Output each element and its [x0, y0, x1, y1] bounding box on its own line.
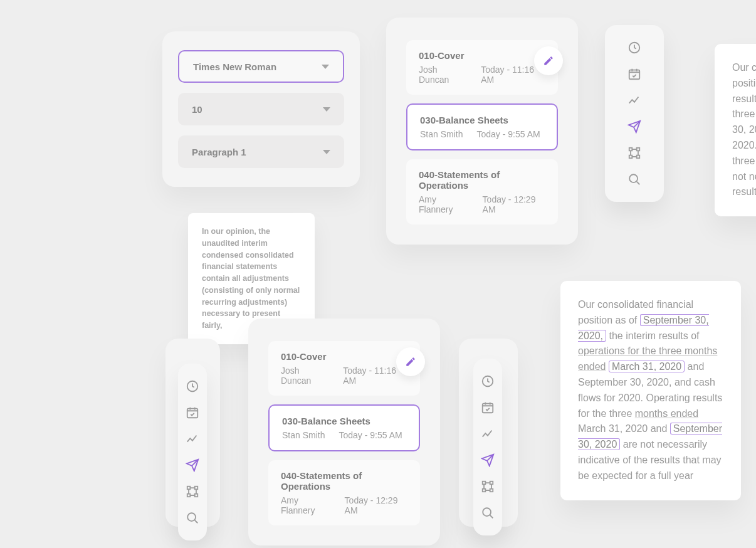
doc-title: 040-Statements of Operations — [281, 470, 407, 492]
doc-time: Today - 9:55 AM — [476, 129, 540, 139]
highlight-date: March 31, 2020 — [609, 361, 685, 372]
doc-card-040[interactable]: 040-Statements of Operations Amy Flanner… — [268, 460, 420, 525]
tool-rail-a — [605, 25, 664, 202]
pencil-icon — [543, 55, 554, 66]
edit-button[interactable] — [396, 347, 425, 376]
chevron-down-icon — [323, 150, 330, 154]
svg-rect-5 — [637, 155, 640, 159]
svg-rect-11 — [187, 494, 191, 497]
transform-icon[interactable] — [480, 479, 495, 494]
svg-rect-3 — [637, 148, 640, 151]
doc-card-040[interactable]: 040-Statements of Operations Amy Flanner… — [406, 159, 558, 224]
doc-author: Josh Duncan — [419, 65, 467, 85]
doc-title: 030-Balance Sheets — [282, 416, 406, 426]
format-dropdowns-panel: Times New Roman 10 Paragraph 1 — [162, 31, 360, 187]
svg-rect-19 — [490, 489, 493, 492]
svg-rect-12 — [195, 494, 198, 497]
doc-card-030[interactable]: 030-Balance Sheets Stan Smith Today - 9:… — [406, 103, 558, 150]
financial-text-card: Our consolidated financial position as o… — [560, 281, 741, 500]
clock-icon[interactable] — [627, 40, 642, 55]
svg-rect-2 — [629, 148, 633, 151]
svg-point-20 — [483, 508, 491, 516]
svg-rect-17 — [490, 482, 493, 485]
doc-title: 010-Cover — [419, 50, 545, 61]
send-icon[interactable] — [185, 458, 200, 473]
send-icon[interactable] — [627, 119, 642, 134]
doc-time: Today - 12:29 AM — [483, 194, 545, 214]
doc-author: Stan Smith — [282, 430, 325, 440]
edit-button[interactable] — [534, 46, 563, 75]
txt: March 31, 2020 and — [578, 423, 670, 434]
doc-title: 030-Balance Sheets — [420, 115, 544, 125]
underline-phrase: months ended — [635, 408, 698, 419]
size-dropdown-label: 10 — [192, 104, 202, 115]
doc-title: 040-Statements of Operations — [419, 169, 545, 191]
svg-rect-8 — [187, 409, 198, 418]
doc-card-030[interactable]: 030-Balance Sheets Stan Smith Today - 9:… — [268, 404, 420, 451]
documents-panel-a: 010-Cover Josh Duncan Today - 11:16 AM 0… — [386, 18, 578, 245]
financial-text-card-partial: Our consolidated financial position as o… — [715, 44, 756, 216]
svg-rect-10 — [195, 487, 198, 490]
doc-author: Stan Smith — [420, 129, 463, 139]
calendar-check-icon[interactable] — [627, 66, 642, 82]
font-dropdown-label: Times New Roman — [193, 61, 276, 72]
style-dropdown-label: Paragraph 1 — [192, 147, 246, 157]
trend-icon[interactable] — [185, 431, 200, 446]
send-icon[interactable] — [480, 453, 495, 468]
svg-rect-15 — [483, 404, 493, 413]
tool-rail-b — [178, 364, 207, 540]
transform-icon[interactable] — [627, 145, 642, 161]
txt: Our consolidated financial position as o… — [732, 62, 756, 88]
font-dropdown[interactable]: Times New Roman — [178, 50, 344, 83]
calendar-check-icon[interactable] — [185, 405, 200, 420]
svg-rect-9 — [187, 487, 191, 490]
svg-rect-1 — [629, 70, 640, 80]
search-icon[interactable] — [480, 505, 495, 520]
svg-rect-18 — [483, 489, 486, 492]
doc-author: Amy Flannery — [419, 194, 469, 214]
clock-icon[interactable] — [480, 374, 495, 389]
documents-panel-b: 010-Cover Josh Duncan Today - 11:16 AM 0… — [248, 319, 440, 545]
doc-title: 010-Cover — [281, 351, 407, 362]
txt: the interim results of — [606, 330, 700, 341]
trend-icon[interactable] — [480, 426, 495, 441]
svg-rect-16 — [483, 482, 486, 485]
svg-point-6 — [629, 174, 638, 182]
svg-point-13 — [187, 513, 196, 521]
clock-icon[interactable] — [185, 379, 200, 394]
chevron-down-icon — [323, 107, 330, 112]
size-dropdown[interactable]: 10 — [178, 93, 344, 125]
trend-icon[interactable] — [627, 93, 642, 108]
tool-rail-c — [473, 359, 502, 535]
doc-time: Today - 12:29 AM — [345, 495, 407, 515]
svg-rect-4 — [629, 155, 633, 159]
transform-icon[interactable] — [185, 484, 200, 499]
calendar-check-icon[interactable] — [480, 400, 495, 415]
search-icon[interactable] — [185, 510, 200, 525]
chevron-down-icon — [322, 65, 329, 69]
doc-time: Today - 9:55 AM — [339, 430, 402, 440]
search-icon[interactable] — [627, 172, 642, 187]
doc-author: Josh Duncan — [281, 366, 329, 386]
note-text: In our opinion, the unaudited interim co… — [202, 227, 300, 330]
pencil-icon — [405, 356, 416, 367]
doc-author: Amy Flannery — [281, 495, 331, 515]
style-dropdown[interactable]: Paragraph 1 — [178, 135, 344, 168]
